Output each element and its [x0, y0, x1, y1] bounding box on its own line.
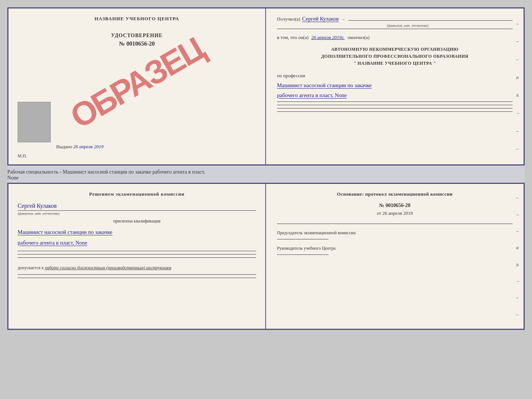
ot-separator — [277, 224, 513, 224]
ot-date-block: от 26 апреля 2019 — [277, 210, 513, 216]
vydano-date: 26 апреля 2019 — [73, 144, 104, 149]
rukovoditel-sig-line — [277, 254, 328, 255]
name-underline — [18, 210, 256, 211]
predsedatel-sig-line — [277, 239, 328, 239]
org-block: АВТОНОМНУЮ НЕКОММЕРЧЕСКУЮ ОРГАНИЗАЦИЮ ДО… — [277, 46, 513, 67]
org-line3: " НАЗВАНИЕ УЧЕБНОГО ЦЕНТРА " — [277, 60, 513, 67]
doc-left-panel: НАЗВАНИЕ УЧЕБНОГО ЦЕНТРА ОБРАЗЕЦ УДОСТОВ… — [8, 8, 266, 164]
okonchil-label: окончил(а) — [348, 35, 370, 40]
rukovoditel-title: Руководитель учебного Центра — [277, 245, 513, 252]
vtom-date: 26 апреля 2019г. — [312, 35, 345, 40]
profession-line2: рабочего агента в пласт, None — [277, 90, 513, 100]
fio-hint-bottom: (фамилия, имя, отчество) — [18, 212, 256, 215]
separator-line1: Рабочая специальность - Машинист насосно… — [7, 169, 525, 175]
center-title: НАЗВАНИЕ УЧЕБНОГО ЦЕНТРА — [18, 16, 256, 22]
separator-line2: None — [7, 175, 525, 181]
dopusk-line2 — [18, 278, 256, 278]
vtom-line: в том, что он(а) 26 апреля 2019г. окончи… — [277, 35, 513, 40]
separator-line-5 — [277, 111, 513, 112]
qual-line1 — [18, 251, 256, 251]
document-top: НАЗВАНИЕ УЧЕБНОГО ЦЕНТРА ОБРАЗЕЦ УДОСТОВ… — [7, 7, 525, 165]
qual-line3 — [18, 257, 256, 258]
qualification-line1: Машинист насосной станции по закачке — [18, 227, 256, 238]
dopusk-text: работе согласно должностным (производств… — [45, 265, 171, 270]
org-line2: ДОПОЛНИТЕЛЬНОГО ПРОФЕССИОНАЛЬНОГО ОБРАЗО… — [277, 53, 513, 60]
resheniem-title: Решением экзаменационной комиссии — [18, 191, 256, 197]
recipient-name: Сергей Кулаков — [302, 16, 339, 22]
vydano-line: Выдано 26 апреля 2019 — [56, 144, 258, 150]
dopusk-label: допускается к — [18, 265, 44, 270]
predsedatel-title: Председатель экзаменационной комиссии — [277, 229, 513, 236]
document-bottom: Решением экзаменационной комиссии Сергей… — [7, 183, 525, 330]
separator-line-1 — [277, 29, 513, 29]
dopusk-line1 — [18, 274, 256, 275]
fio-hint-top: (фамилия, имя, отчество) — [303, 24, 513, 28]
dopuskaetsya-block: допускается к работе согласно должностны… — [18, 265, 256, 271]
prisvoena-label: присвоена квалификация — [18, 218, 256, 224]
udostoverenie-block: УДОСТОВЕРЕНИЕ № 0010656-20 — [18, 33, 256, 47]
vydano-label: Выдано — [56, 144, 72, 149]
poluchil-line: Получил(а) Сергей Кулаков – — [277, 16, 513, 22]
protocol-number: № 0010656-20 — [277, 203, 513, 209]
doc-right-panel: Получил(а) Сергей Кулаков – (фамилия, им… — [266, 8, 524, 164]
doc-bottom-left: Решением экзаменационной комиссии Сергей… — [8, 184, 266, 329]
rukovoditel-block: Руководитель учебного Центра — [277, 245, 513, 255]
name-block: Сергей Кулаков (фамилия, имя, отчество) — [18, 203, 256, 215]
osnovanie-title: Основание: протокол экзаменационной коми… — [277, 191, 513, 197]
right-dashes: – – – и а ← – – — [516, 8, 521, 164]
ot-date: 26 апреля 2019 — [382, 210, 413, 216]
qual-line2 — [18, 254, 256, 254]
udostoverenie-number: № 0010656-20 — [18, 40, 256, 47]
separator-text: Рабочая специальность - Машинист насосно… — [7, 165, 525, 183]
po-professii-label: по профессии — [277, 73, 513, 79]
separator-line-3 — [277, 105, 513, 105]
page-container: НАЗВАНИЕ УЧЕБНОГО ЦЕНТРА ОБРАЗЕЦ УДОСТОВ… — [7, 7, 525, 330]
poluchil-label: Получил(а) — [277, 16, 300, 22]
predsedatel-block: Председатель экзаменационной комиссии — [277, 229, 513, 239]
ot-label: от — [377, 210, 381, 216]
separator-line-2 — [277, 101, 513, 102]
mp-label: М.П. — [18, 153, 27, 159]
udostoverenie-title: УДОСТОВЕРЕНИЕ — [18, 33, 256, 39]
doc-bottom-right: Основание: протокол экзаменационной коми… — [266, 184, 524, 329]
photo-placeholder — [18, 102, 51, 142]
org-line1: АВТОНОМНУЮ НЕКОММЕРЧЕСКУЮ ОРГАНИЗАЦИЮ — [277, 46, 513, 53]
bottom-name: Сергей Кулаков — [18, 203, 256, 209]
bottom-right-dashes: – – – и а ← – – — [516, 184, 521, 329]
profession-line1: Машинист насосной станции по закачке — [277, 81, 513, 90]
qualification-line2: рабочего агента в пласт, None — [18, 238, 256, 248]
vtom-label: в том, что он(а) — [277, 35, 309, 40]
separator-line-4 — [277, 108, 513, 108]
